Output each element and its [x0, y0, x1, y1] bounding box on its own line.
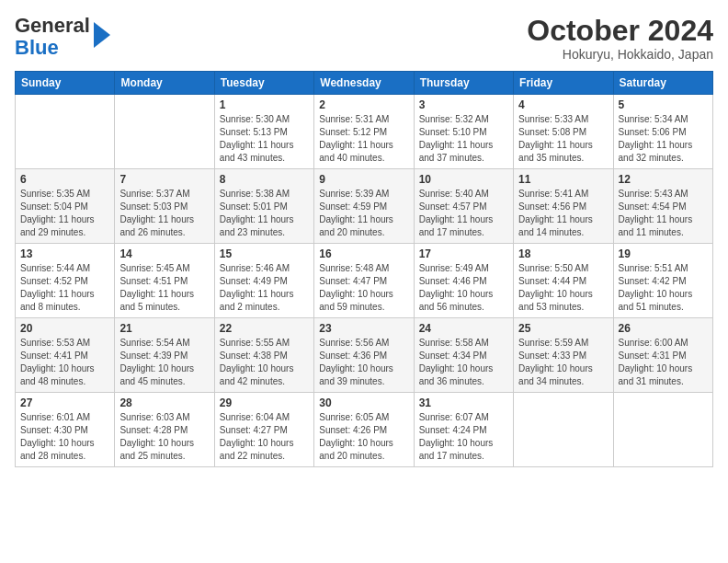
calendar-cell-w2-d2: 7Sunrise: 5:37 AMSunset: 5:03 PMDaylight… — [115, 169, 214, 244]
logo-general: General — [15, 15, 90, 37]
sunrise-text: Sunrise: 5:34 AM — [619, 113, 708, 126]
sunrise-text: Sunrise: 5:49 AM — [419, 262, 508, 275]
day-detail: Sunrise: 5:55 AMSunset: 4:38 PMDaylight:… — [220, 337, 309, 388]
sunset-text: Sunset: 5:13 PM — [220, 126, 309, 139]
sunrise-text: Sunrise: 5:58 AM — [419, 337, 508, 350]
day-detail: Sunrise: 5:46 AMSunset: 4:49 PMDaylight:… — [220, 262, 309, 314]
day-number: 4 — [518, 98, 608, 111]
daylight-text: Daylight: 11 hours and 35 minutes. — [518, 139, 608, 165]
daylight-text: Daylight: 11 hours and 8 minutes. — [20, 288, 109, 314]
day-detail: Sunrise: 5:35 AMSunset: 5:04 PMDaylight:… — [20, 188, 109, 239]
day-number: 11 — [518, 173, 608, 186]
sunrise-text: Sunrise: 5:39 AM — [319, 188, 408, 201]
sunrise-text: Sunrise: 5:35 AM — [20, 188, 109, 201]
daylight-text: Daylight: 10 hours and 20 minutes. — [319, 437, 408, 463]
day-number: 15 — [220, 247, 309, 260]
sunset-text: Sunset: 5:12 PM — [319, 126, 408, 139]
day-number: 20 — [20, 322, 109, 335]
header: General Blue October 2024 Hokuryu, Hokka… — [15, 15, 713, 62]
daylight-text: Daylight: 10 hours and 25 minutes. — [119, 437, 209, 463]
calendar-cell-w5-d6 — [514, 393, 613, 467]
calendar-cell-w1-d3: 1Sunrise: 5:30 AMSunset: 5:13 PMDaylight… — [214, 95, 313, 169]
day-number: 22 — [220, 322, 309, 335]
daylight-text: Daylight: 10 hours and 56 minutes. — [419, 288, 508, 314]
day-detail: Sunrise: 5:44 AMSunset: 4:52 PMDaylight:… — [20, 262, 109, 314]
header-saturday: Saturday — [613, 72, 712, 95]
day-detail: Sunrise: 5:54 AMSunset: 4:39 PMDaylight:… — [119, 337, 209, 388]
sunrise-text: Sunrise: 6:01 AM — [20, 411, 109, 424]
sunset-text: Sunset: 4:30 PM — [20, 424, 109, 437]
day-detail: Sunrise: 5:40 AMSunset: 4:57 PMDaylight:… — [419, 188, 508, 239]
day-number: 29 — [220, 396, 309, 409]
header-sunday: Sunday — [16, 72, 115, 95]
sunset-text: Sunset: 4:59 PM — [319, 201, 408, 213]
sunset-text: Sunset: 4:41 PM — [20, 350, 109, 362]
calendar-cell-w1-d4: 2Sunrise: 5:31 AMSunset: 5:12 PMDaylight… — [314, 95, 414, 169]
daylight-text: Daylight: 10 hours and 53 minutes. — [518, 288, 608, 314]
sunrise-text: Sunrise: 5:43 AM — [619, 188, 708, 201]
calendar-week-4: 20Sunrise: 5:53 AMSunset: 4:41 PMDayligh… — [16, 318, 713, 393]
calendar-cell-w5-d5: 31Sunrise: 6:07 AMSunset: 4:24 PMDayligh… — [414, 393, 513, 467]
daylight-text: Daylight: 11 hours and 26 minutes. — [119, 213, 209, 239]
calendar-cell-w1-d2 — [115, 95, 214, 169]
day-detail: Sunrise: 5:32 AMSunset: 5:10 PMDaylight:… — [419, 113, 508, 165]
daylight-text: Daylight: 11 hours and 17 minutes. — [419, 213, 508, 239]
day-detail: Sunrise: 5:38 AMSunset: 5:01 PMDaylight:… — [220, 188, 309, 239]
logo: General Blue — [15, 15, 110, 59]
day-number: 9 — [319, 173, 408, 186]
calendar-cell-w2-d6: 11Sunrise: 5:41 AMSunset: 4:56 PMDayligh… — [514, 169, 613, 244]
sunrise-text: Sunrise: 5:33 AM — [518, 113, 608, 126]
calendar-header-row: Sunday Monday Tuesday Wednesday Thursday… — [16, 72, 713, 95]
day-number: 10 — [419, 173, 508, 186]
daylight-text: Daylight: 11 hours and 14 minutes. — [518, 213, 608, 239]
daylight-text: Daylight: 10 hours and 22 minutes. — [220, 437, 309, 463]
calendar-cell-w4-d6: 25Sunrise: 5:59 AMSunset: 4:33 PMDayligh… — [514, 318, 613, 393]
calendar-subtitle: Hokuryu, Hokkaido, Japan — [527, 47, 713, 62]
logo-arrow-icon — [94, 22, 110, 48]
sunset-text: Sunset: 4:38 PM — [220, 350, 309, 362]
day-number: 25 — [518, 322, 608, 335]
calendar-cell-w2-d1: 6Sunrise: 5:35 AMSunset: 5:04 PMDaylight… — [16, 169, 115, 244]
sunrise-text: Sunrise: 5:30 AM — [220, 113, 309, 126]
calendar-cell-w5-d3: 29Sunrise: 6:04 AMSunset: 4:27 PMDayligh… — [214, 393, 313, 467]
calendar-cell-w2-d7: 12Sunrise: 5:43 AMSunset: 4:54 PMDayligh… — [613, 169, 712, 244]
header-monday: Monday — [115, 72, 214, 95]
day-detail: Sunrise: 5:39 AMSunset: 4:59 PMDaylight:… — [319, 188, 408, 239]
calendar-cell-w4-d4: 23Sunrise: 5:56 AMSunset: 4:36 PMDayligh… — [314, 318, 414, 393]
sunset-text: Sunset: 4:27 PM — [220, 424, 309, 437]
day-detail: Sunrise: 5:50 AMSunset: 4:44 PMDaylight:… — [518, 262, 608, 314]
day-number: 26 — [619, 322, 708, 335]
day-detail: Sunrise: 5:41 AMSunset: 4:56 PMDaylight:… — [518, 188, 608, 239]
day-number: 7 — [119, 173, 209, 186]
daylight-text: Daylight: 10 hours and 45 minutes. — [119, 362, 209, 388]
daylight-text: Daylight: 11 hours and 23 minutes. — [220, 213, 309, 239]
sunset-text: Sunset: 4:52 PM — [20, 275, 109, 288]
calendar-cell-w2-d4: 9Sunrise: 5:39 AMSunset: 4:59 PMDaylight… — [314, 169, 414, 244]
daylight-text: Daylight: 10 hours and 17 minutes. — [419, 437, 508, 463]
sunrise-text: Sunrise: 6:04 AM — [220, 411, 309, 424]
calendar-cell-w1-d7: 5Sunrise: 5:34 AMSunset: 5:06 PMDaylight… — [613, 95, 712, 169]
day-number: 8 — [220, 173, 309, 186]
sunrise-text: Sunrise: 6:00 AM — [619, 337, 708, 350]
day-number: 17 — [419, 247, 508, 260]
day-detail: Sunrise: 5:48 AMSunset: 4:47 PMDaylight:… — [319, 262, 408, 314]
header-wednesday: Wednesday — [314, 72, 414, 95]
day-number: 31 — [419, 396, 508, 409]
sunrise-text: Sunrise: 5:40 AM — [419, 188, 508, 201]
daylight-text: Daylight: 11 hours and 43 minutes. — [220, 139, 309, 165]
day-detail: Sunrise: 5:34 AMSunset: 5:06 PMDaylight:… — [619, 113, 708, 165]
day-number: 24 — [419, 322, 508, 335]
day-detail: Sunrise: 5:33 AMSunset: 5:08 PMDaylight:… — [518, 113, 608, 165]
header-thursday: Thursday — [414, 72, 513, 95]
calendar-cell-w3-d1: 13Sunrise: 5:44 AMSunset: 4:52 PMDayligh… — [16, 244, 115, 318]
sunset-text: Sunset: 4:24 PM — [419, 424, 508, 437]
sunrise-text: Sunrise: 5:54 AM — [119, 337, 209, 350]
calendar-cell-w3-d5: 17Sunrise: 5:49 AMSunset: 4:46 PMDayligh… — [414, 244, 513, 318]
day-detail: Sunrise: 6:00 AMSunset: 4:31 PMDaylight:… — [619, 337, 708, 388]
daylight-text: Daylight: 10 hours and 39 minutes. — [319, 362, 408, 388]
day-number: 5 — [619, 98, 708, 111]
sunrise-text: Sunrise: 6:07 AM — [419, 411, 508, 424]
day-number: 13 — [20, 247, 109, 260]
sunrise-text: Sunrise: 6:03 AM — [119, 411, 209, 424]
day-detail: Sunrise: 5:58 AMSunset: 4:34 PMDaylight:… — [419, 337, 508, 388]
